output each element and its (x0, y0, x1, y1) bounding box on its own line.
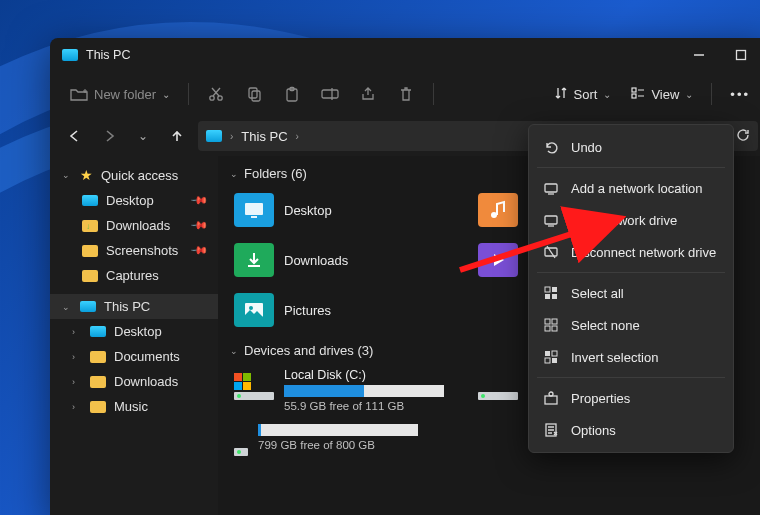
expand-icon[interactable]: › (72, 327, 82, 337)
view-label: View (651, 87, 679, 102)
svg-marker-21 (494, 254, 504, 266)
svg-rect-14 (632, 88, 636, 92)
svg-rect-42 (545, 396, 557, 404)
collapse-icon[interactable]: ⌄ (62, 170, 72, 180)
more-button[interactable]: ••• (722, 81, 758, 108)
folder-tile-downloads[interactable]: Downloads (226, 237, 466, 283)
sidebar-item-captures[interactable]: Captures (50, 263, 218, 288)
menu-item-label: Map network drive (571, 213, 677, 228)
breadcrumb[interactable]: This PC (241, 129, 287, 144)
menu-item-map-network-drive[interactable]: Map network drive (529, 204, 733, 236)
mapdrv-icon (543, 212, 559, 228)
forward-button[interactable] (96, 123, 122, 149)
menu-item-label: Undo (571, 140, 602, 155)
drive-name: Local Disk (C:) (284, 368, 458, 382)
pin-icon: 📌 (189, 216, 208, 235)
svg-rect-24 (545, 184, 557, 192)
svg-rect-41 (552, 358, 557, 363)
menu-item-add-a-network-location[interactable]: Add a network location (529, 172, 733, 204)
menu-item-properties[interactable]: Properties (529, 382, 733, 414)
sidebar-item-music[interactable]: ›Music (50, 394, 218, 419)
titlebar[interactable]: This PC (50, 38, 760, 72)
collapse-icon[interactable]: ⌄ (230, 169, 238, 179)
svg-rect-12 (322, 90, 338, 98)
sidebar-label: Captures (106, 268, 159, 283)
sidebar-item-screenshots[interactable]: Screenshots📌 (50, 238, 218, 263)
recent-button[interactable]: ⌄ (130, 123, 156, 149)
menu-item-label: Disconnect network drive (571, 245, 716, 260)
refresh-button[interactable] (736, 128, 750, 145)
menu-separator (537, 377, 725, 378)
collapse-icon[interactable]: ⌄ (230, 346, 238, 356)
collapse-icon[interactable]: ⌄ (62, 302, 72, 312)
expand-icon[interactable]: › (72, 352, 82, 362)
star-icon: ★ (80, 167, 93, 183)
cut-icon (207, 85, 225, 103)
menu-item-invert-selection[interactable]: Invert selection (529, 341, 733, 373)
drive-icon (234, 424, 248, 456)
expand-icon[interactable]: › (72, 377, 82, 387)
svg-rect-36 (545, 326, 550, 331)
drive-icon (234, 368, 274, 400)
invert-icon (543, 349, 559, 365)
up-button[interactable] (164, 123, 190, 149)
menu-item-select-all[interactable]: Select all (529, 277, 733, 309)
sort-label: Sort (574, 87, 598, 102)
paste-button[interactable] (275, 79, 309, 109)
share-icon (359, 85, 377, 103)
sidebar-label: Quick access (101, 168, 178, 183)
separator (188, 83, 189, 105)
delete-button[interactable] (389, 79, 423, 109)
svg-rect-31 (552, 287, 557, 292)
group-label: Folders (6) (244, 166, 307, 181)
svg-rect-18 (245, 203, 263, 215)
sidebar-item-desktop[interactable]: Desktop📌 (50, 188, 218, 213)
svg-rect-32 (545, 294, 550, 299)
sidebar-item-downloads[interactable]: ›Downloads (50, 369, 218, 394)
maximize-button[interactable] (720, 38, 760, 72)
drive-tile[interactable]: 799 GB free of 800 GB (226, 420, 426, 460)
separator (433, 83, 434, 105)
chevron-down-icon: ⌄ (603, 89, 611, 100)
sidebar-item-documents[interactable]: ›Documents (50, 344, 218, 369)
svg-rect-30 (545, 287, 550, 292)
minimize-button[interactable] (678, 38, 720, 72)
svg-point-5 (218, 96, 222, 100)
menu-item-disconnect-network-drive[interactable]: Disconnect network drive (529, 236, 733, 268)
folder-tile-desktop[interactable]: Desktop (226, 187, 466, 233)
menu-separator (537, 272, 725, 273)
svg-point-43 (549, 392, 553, 396)
svg-rect-34 (545, 319, 550, 324)
cut-button[interactable] (199, 79, 233, 109)
share-button[interactable] (351, 79, 385, 109)
sort-button[interactable]: Sort ⌄ (546, 80, 620, 109)
menu-item-undo[interactable]: Undo (529, 131, 733, 163)
paste-icon (283, 85, 301, 103)
view-button[interactable]: View ⌄ (623, 80, 701, 109)
folder-icon (90, 351, 106, 363)
rename-button[interactable] (313, 79, 347, 109)
svg-rect-19 (251, 216, 257, 218)
back-button[interactable] (62, 123, 88, 149)
menu-item-options[interactable]: Options (529, 414, 733, 446)
new-folder-button[interactable]: New folder ⌄ (62, 79, 178, 109)
sidebar-quick-access[interactable]: ⌄ ★ Quick access (50, 162, 218, 188)
view-icon (631, 86, 645, 103)
drive-tile[interactable]: Local Disk (C:) 55.9 GB free of 111 GB (226, 364, 466, 416)
sidebar-item-downloads[interactable]: ↓Downloads📌 (50, 213, 218, 238)
sidebar-item-desktop[interactable]: ›Desktop (50, 319, 218, 344)
chevron-down-icon: ⌄ (162, 89, 170, 100)
copy-button[interactable] (237, 79, 271, 109)
netloc-icon (543, 180, 559, 196)
svg-line-6 (213, 88, 220, 96)
chevron-down-icon: ⌄ (685, 89, 693, 100)
sidebar-this-pc[interactable]: ⌄ This PC (50, 294, 218, 319)
music-icon (478, 193, 518, 227)
menu-item-select-none[interactable]: Select none (529, 309, 733, 341)
expand-icon[interactable]: › (72, 402, 82, 412)
drive-usage-bar (258, 424, 418, 436)
folder-tile-pictures[interactable]: Pictures (226, 287, 466, 333)
svg-rect-38 (545, 351, 550, 356)
pin-icon: 📌 (189, 191, 208, 210)
svg-rect-40 (545, 358, 550, 363)
